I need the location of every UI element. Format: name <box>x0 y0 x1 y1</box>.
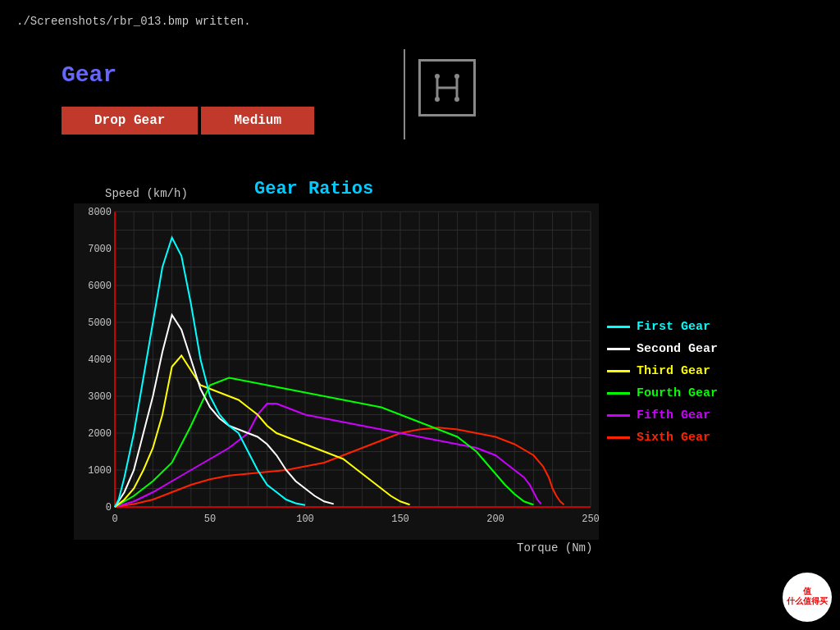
svg-point-6 <box>454 97 459 102</box>
buttons-row: Drop Gear Medium <box>62 107 314 135</box>
vertical-divider <box>404 49 405 139</box>
watermark: 值什么值得买 <box>783 573 832 622</box>
chart-legend: First GearSecond GearThird GearFourth Ge… <box>607 320 718 453</box>
y-axis-label: Speed (km/h) <box>105 187 188 200</box>
medium-button[interactable]: Medium <box>201 107 314 135</box>
legend-item: Second Gear <box>607 342 718 356</box>
gear-label: Gear <box>62 62 116 88</box>
legend-item: First Gear <box>607 320 718 334</box>
x-axis-label: Torque (Nm) <box>517 541 592 555</box>
legend-item: Third Gear <box>607 364 718 378</box>
legend-item: Fifth Gear <box>607 409 718 422</box>
svg-point-3 <box>435 74 440 79</box>
gear-icon <box>418 59 476 116</box>
svg-point-4 <box>454 74 459 79</box>
file-path: ./Screenshots/rbr_013.bmp written. <box>16 15 251 28</box>
drop-gear-button[interactable]: Drop Gear <box>62 107 198 135</box>
legend-item: Sixth Gear <box>607 431 718 445</box>
gear-ratios-chart <box>74 203 599 540</box>
legend-item: Fourth Gear <box>607 386 718 400</box>
svg-point-5 <box>435 97 440 102</box>
chart-title: Gear Ratios <box>254 179 373 199</box>
